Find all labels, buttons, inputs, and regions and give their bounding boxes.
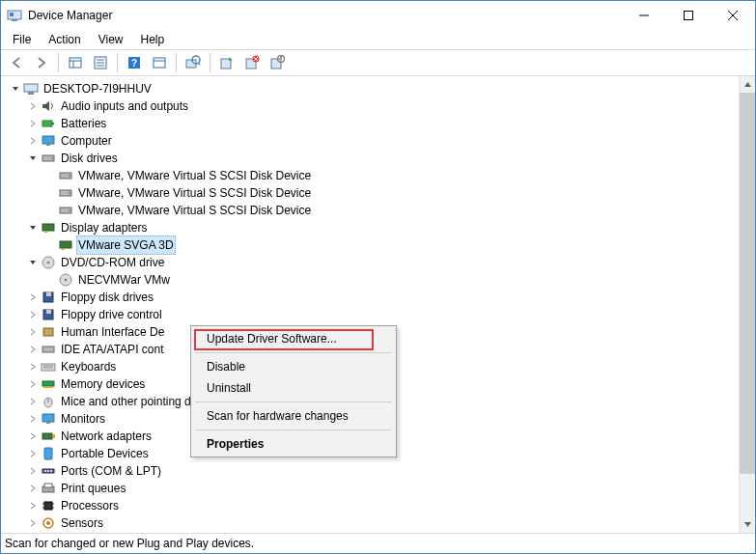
chevron-right-icon[interactable] bbox=[26, 395, 40, 408]
disk-drive-icon bbox=[41, 151, 56, 166]
window-title: Device Manager bbox=[28, 9, 112, 22]
tree-category-batteries[interactable]: Batteries bbox=[3, 115, 739, 132]
menu-view[interactable]: View bbox=[91, 31, 131, 48]
tree-label: IDE ATA/ATAPI cont bbox=[59, 341, 165, 358]
ctx-disable[interactable]: Disable bbox=[193, 356, 394, 377]
chevron-right-icon[interactable] bbox=[26, 291, 40, 304]
tree-label: VMware, VMware Virtual S SCSI Disk Devic… bbox=[76, 167, 313, 184]
scroll-track[interactable] bbox=[740, 93, 755, 516]
svg-rect-46 bbox=[62, 248, 65, 250]
ctx-scan-hardware[interactable]: Scan for hardware changes bbox=[193, 405, 394, 427]
tree-category-audio[interactable]: Audio inputs and outputs bbox=[3, 97, 739, 115]
tree-category-computer[interactable]: Computer bbox=[3, 132, 739, 150]
floppy-disk-icon bbox=[41, 290, 56, 305]
chevron-right-icon[interactable] bbox=[26, 429, 40, 443]
action-toolbar-button[interactable] bbox=[148, 51, 171, 74]
scan-hardware-toolbar-button[interactable] bbox=[182, 51, 205, 74]
tree-root[interactable]: DESKTOP-7I9HHUV bbox=[3, 80, 739, 97]
svg-rect-55 bbox=[43, 328, 53, 336]
tree-category-disk-drives[interactable]: Disk drives bbox=[3, 150, 739, 167]
chevron-right-icon[interactable] bbox=[26, 99, 40, 113]
tree-category-sensors[interactable]: Sensors bbox=[3, 514, 739, 532]
chevron-right-icon[interactable] bbox=[26, 377, 40, 391]
tree-category-floppy-controller[interactable]: Floppy drive control bbox=[3, 306, 739, 323]
chevron-right-icon[interactable] bbox=[26, 134, 40, 148]
status-text: Scan for changed or new Plug and Play de… bbox=[5, 537, 254, 550]
chevron-right-icon[interactable] bbox=[26, 325, 40, 339]
tree-category-display[interactable]: Display adapters bbox=[3, 219, 739, 236]
portable-device-icon bbox=[41, 446, 56, 461]
tree-device-disk[interactable]: VMware, VMware Virtual S SCSI Disk Devic… bbox=[3, 167, 739, 184]
network-adapter-icon bbox=[41, 429, 56, 444]
toolbar-separator bbox=[176, 53, 177, 72]
show-hide-tree-button[interactable] bbox=[64, 51, 87, 74]
menu-action[interactable]: Action bbox=[41, 31, 88, 48]
forward-button[interactable] bbox=[30, 51, 53, 74]
back-button[interactable] bbox=[5, 51, 28, 74]
tree-label: Print queues bbox=[59, 480, 127, 497]
svg-rect-44 bbox=[44, 231, 47, 233]
chevron-right-icon[interactable] bbox=[26, 308, 40, 321]
chevron-right-icon[interactable] bbox=[26, 117, 40, 130]
window-controls bbox=[622, 1, 755, 30]
chevron-down-icon[interactable] bbox=[26, 221, 40, 235]
context-menu: Update Driver Software... Disable Uninst… bbox=[190, 325, 397, 457]
sensor-icon bbox=[41, 515, 56, 531]
disable-toolbar-button[interactable] bbox=[266, 51, 289, 74]
tree-label: Memory devices bbox=[59, 375, 147, 393]
svg-rect-66 bbox=[42, 433, 52, 439]
tree-category-print-queues[interactable]: Print queues bbox=[3, 480, 739, 497]
menu-file[interactable]: File bbox=[5, 31, 39, 48]
chevron-right-icon[interactable] bbox=[26, 343, 40, 356]
ctx-update-driver[interactable]: Update Driver Software... bbox=[193, 328, 394, 349]
chevron-right-icon[interactable] bbox=[26, 464, 40, 478]
chevron-right-icon[interactable] bbox=[26, 412, 40, 426]
chevron-down-icon[interactable] bbox=[9, 82, 22, 96]
tree-label: Human Interface De bbox=[59, 323, 166, 341]
printer-icon bbox=[41, 481, 56, 496]
scroll-down-button[interactable] bbox=[740, 516, 755, 533]
close-button[interactable] bbox=[711, 1, 755, 30]
svg-text:?: ? bbox=[131, 58, 137, 69]
chevron-right-icon[interactable] bbox=[26, 360, 40, 374]
chevron-down-icon[interactable] bbox=[26, 152, 40, 165]
svg-point-38 bbox=[69, 175, 70, 177]
menu-help[interactable]: Help bbox=[133, 31, 173, 48]
window-frame: Device Manager File Action View Help ? bbox=[0, 0, 756, 554]
svg-rect-34 bbox=[46, 144, 50, 146]
chevron-down-icon[interactable] bbox=[26, 256, 40, 269]
battery-icon bbox=[41, 116, 56, 131]
keyboard-icon bbox=[41, 359, 56, 374]
maximize-button[interactable] bbox=[666, 1, 711, 30]
minimize-button[interactable] bbox=[622, 1, 666, 30]
update-driver-toolbar-button[interactable] bbox=[215, 51, 238, 74]
vertical-scrollbar[interactable] bbox=[739, 76, 755, 533]
chevron-right-icon[interactable] bbox=[26, 482, 40, 495]
device-tree[interactable]: DESKTOP-7I9HHUV Audio inputs and outputs… bbox=[1, 76, 739, 533]
tree-device-svga[interactable]: VMware SVGA 3D bbox=[3, 236, 739, 254]
tree-device-disk[interactable]: VMware, VMware Virtual S SCSI Disk Devic… bbox=[3, 202, 739, 219]
tree-category-ports[interactable]: Ports (COM & LPT) bbox=[3, 462, 739, 480]
chevron-right-icon[interactable] bbox=[26, 447, 40, 460]
tree-label: Ports (COM & LPT) bbox=[59, 462, 163, 480]
ctx-uninstall[interactable]: Uninstall bbox=[193, 377, 394, 399]
chevron-right-icon[interactable] bbox=[26, 499, 40, 512]
tree-label: Floppy drive control bbox=[59, 306, 164, 323]
tree-category-floppy-disk[interactable]: Floppy disk drives bbox=[3, 289, 739, 306]
scroll-up-button[interactable] bbox=[740, 76, 755, 93]
tree-device-nec[interactable]: NECVMWar VMw bbox=[3, 271, 739, 289]
help-toolbar-button[interactable]: ? bbox=[123, 51, 146, 74]
svg-point-72 bbox=[50, 470, 52, 472]
properties-toolbar-button[interactable] bbox=[89, 51, 112, 74]
uninstall-toolbar-button[interactable] bbox=[240, 51, 264, 74]
app-icon bbox=[7, 8, 22, 23]
tree-device-disk[interactable]: VMware, VMware Virtual S SCSI Disk Devic… bbox=[3, 184, 739, 202]
disk-drive-icon bbox=[58, 203, 73, 218]
svg-point-48 bbox=[47, 262, 50, 264]
tree-category-dvd[interactable]: DVD/CD-ROM drive bbox=[3, 254, 739, 271]
tree-category-processors[interactable]: Processors bbox=[3, 497, 739, 514]
scroll-thumb[interactable] bbox=[740, 93, 755, 474]
chevron-right-icon[interactable] bbox=[26, 516, 40, 530]
ctx-properties[interactable]: Properties bbox=[193, 433, 394, 455]
menubar: File Action View Help bbox=[1, 30, 755, 49]
